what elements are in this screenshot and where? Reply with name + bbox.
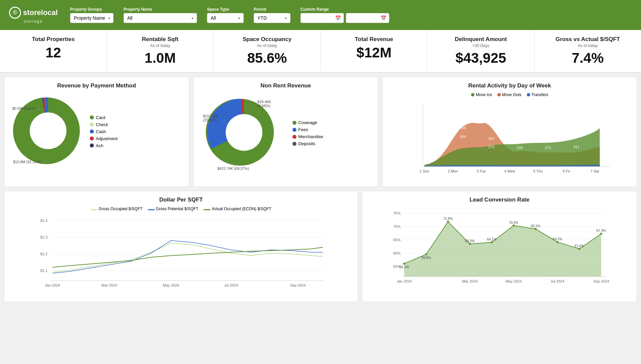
svg-text:Jan 2024: Jan 2024: [397, 279, 412, 283]
kpi-total-revenue: Total Revenue $12M: [321, 30, 428, 72]
logo: © storelocal storage: [7, 7, 60, 24]
chevron-down-icon: ▾: [285, 16, 287, 20]
space-type-filter: Space Type All ▾: [207, 7, 244, 23]
svg-point-0: [30, 112, 66, 149]
svg-text:221: 221: [430, 155, 436, 159]
period-select[interactable]: YTD ▾: [254, 13, 290, 23]
kpi-subtitle: As of today: [114, 43, 207, 48]
svg-text:286: 286: [516, 136, 522, 140]
kpi-title: Total Properties: [7, 36, 100, 43]
lead-conversion-chart: Lead Conversion Rate 75% 70% 65% 60% 55%: [362, 191, 637, 302]
chart-title: Dollar Per SQFT: [10, 197, 352, 203]
kpi-subtitle: >30 Days: [434, 43, 527, 48]
svg-text:$1.3: $1.3: [40, 235, 47, 239]
chart-title: Lead Conversion Rate: [368, 197, 631, 203]
svg-text:$422.74K (69.37%): $422.74K (69.37%): [217, 166, 249, 170]
svg-text:273: 273: [488, 145, 494, 149]
charts-row2: Dollar Per SQFT Gross Occupied $/SQFT Gr…: [0, 187, 641, 306]
svg-text:67.3%: 67.3%: [597, 229, 606, 233]
chevron-down-icon: ▾: [192, 16, 193, 20]
chart-title: Revenue by Payment Method: [10, 82, 184, 89]
non-rent-revenue-chart: Non Rent Revenue: [193, 77, 379, 187]
svg-text:63.5%: 63.5%: [465, 239, 475, 243]
svg-text:64.1%: 64.1%: [487, 238, 496, 241]
svg-text:302: 302: [488, 136, 494, 140]
property-groups-filter: Property Groups Property Name ▾: [70, 7, 114, 23]
kpi-value: 85.6%: [220, 50, 313, 66]
svg-text:4 Wed: 4 Wed: [504, 169, 515, 173]
svg-text:59.6%: 59.6%: [422, 256, 431, 260]
revenue-payment-pie: $0.5M (4.61%) $10.8M (91.11%): [10, 92, 86, 169]
kpi-title: Total Revenue: [328, 36, 421, 43]
svg-text:$157.80K: $157.80K: [203, 114, 219, 118]
kpi-gross-vs-actual: Gross vs Actual $/SQFT As of today 7.4%: [535, 30, 641, 72]
kpi-value: $43,925: [434, 50, 527, 66]
svg-text:Mar 2024: Mar 2024: [101, 283, 117, 287]
kpi-title: Rentable Sqft: [114, 36, 207, 43]
svg-point-78: [579, 248, 581, 250]
calendar-icon: 📅: [381, 15, 386, 21]
svg-text:$1.4: $1.4: [40, 219, 47, 223]
chevron-down-icon: ▾: [108, 16, 110, 20]
kpi-delinquent: Delinquent Amount >30 Days $43,925: [428, 30, 535, 72]
svg-text:Sep 2024: Sep 2024: [290, 283, 306, 287]
svg-text:69.1%: 69.1%: [531, 224, 540, 228]
svg-text:$0.5M (4.61%): $0.5M (4.61%): [12, 106, 36, 110]
svg-text:304: 304: [460, 135, 466, 139]
svg-text:May 2024: May 2024: [506, 279, 522, 283]
charts-row1: Revenue by Payment Method $0.5M (4.61: [0, 73, 641, 187]
custom-range-start[interactable]: 📅: [300, 13, 344, 23]
custom-range-label: Custom Range: [300, 7, 389, 12]
space-type-select[interactable]: All ▾: [207, 13, 244, 23]
svg-text:465: 465: [460, 126, 466, 130]
period-filter: Period YTD ▾: [254, 7, 290, 23]
svg-text:$10.8M (91.11%): $10.8M (91.11%): [13, 160, 41, 164]
property-groups-select[interactable]: Property Name ▾: [70, 13, 114, 23]
kpi-title: Gross vs Actual $/SQFT: [541, 36, 634, 43]
kpi-rentable-sqft: Rentable Sqft As of today 1.0M: [107, 30, 214, 72]
revenue-payment-chart: Revenue by Payment Method $0.5M (4.61: [4, 77, 189, 187]
svg-text:Jul 2024: Jul 2024: [551, 279, 565, 283]
custom-range-end[interactable]: 📅: [346, 13, 389, 23]
svg-point-71: [425, 253, 427, 255]
chart-title: Non Rent Revenue: [199, 82, 373, 89]
kpi-value: 1.0M: [114, 50, 207, 66]
svg-text:61.6%: 61.6%: [575, 244, 584, 248]
svg-point-77: [557, 241, 559, 243]
kpi-title: Delinquent Amount: [434, 36, 527, 43]
logo-name: storelocal: [23, 8, 58, 17]
svg-text:1 Sun: 1 Sun: [420, 169, 429, 173]
kpi-space-occupancy: Space Occupancy As of today 85.6%: [214, 30, 320, 72]
logo-icon: ©: [9, 7, 21, 19]
logo-sub: storage: [24, 19, 43, 24]
rental-activity-svg: 261 304 302 286 293 383 221 465 273 239 …: [388, 100, 631, 180]
svg-text:70%: 70%: [393, 225, 401, 229]
kpi-value: $12M: [328, 45, 421, 61]
kpi-total-properties: Total Properties 12: [0, 30, 107, 72]
svg-text:Jul 2024: Jul 2024: [224, 283, 238, 287]
custom-range-filter: Custom Range 📅 📅: [300, 7, 389, 23]
svg-text:273: 273: [545, 146, 551, 150]
svg-text:Sep 2024: Sep 2024: [594, 279, 609, 283]
svg-text:56.1%: 56.1%: [400, 265, 409, 269]
svg-text:261: 261: [430, 148, 436, 152]
svg-text:383: 383: [573, 126, 579, 130]
svg-point-79: [600, 233, 602, 235]
property-groups-label: Property Groups: [70, 7, 114, 12]
svg-text:Jan 2024: Jan 2024: [45, 283, 60, 287]
svg-text:2 Mon: 2 Mon: [448, 169, 458, 173]
dollar-sqft-chart: Dollar Per SQFT Gross Occupied $/SQFT Gr…: [4, 191, 358, 302]
revenue-payment-legend: Card Check Cash Adjustment Ach: [90, 115, 118, 148]
svg-point-5: [226, 114, 262, 151]
non-rent-pie: $28.40K (4.66%) $157.80K (25.89%) $422.7…: [199, 92, 289, 172]
calendar-icon: 📅: [335, 15, 341, 21]
svg-text:7 Sat: 7 Sat: [591, 169, 599, 173]
svg-text:3 Tue: 3 Tue: [477, 169, 486, 173]
chart-title: Rental Activity by Day of Week: [388, 82, 631, 89]
property-name-select[interactable]: All ▾: [124, 13, 197, 23]
svg-text:239: 239: [516, 146, 522, 150]
kpi-subtitle: As of today: [541, 43, 634, 48]
lead-conversion-svg: 75% 70% 65% 60% 55% 56.1% 59: [368, 207, 631, 295]
svg-point-74: [491, 241, 493, 243]
svg-text:Mar 2024: Mar 2024: [462, 279, 478, 283]
